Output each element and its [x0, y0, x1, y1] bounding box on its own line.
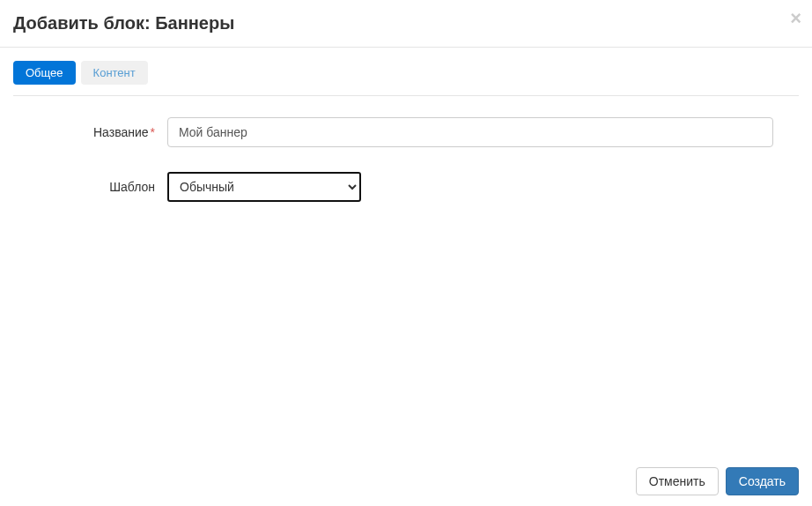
- form-row-template: Шаблон Обычный: [13, 172, 799, 202]
- cancel-button[interactable]: Отменить: [636, 467, 719, 495]
- name-label-text: Название: [93, 125, 149, 139]
- template-select[interactable]: Обычный: [167, 172, 361, 202]
- tab-general[interactable]: Общее: [13, 61, 76, 85]
- required-asterisk-icon: *: [151, 125, 155, 139]
- modal-header: Добавить блок: Баннеры ×: [0, 0, 812, 48]
- name-label: Название*: [13, 125, 167, 139]
- tabs: Общее Контент: [13, 61, 799, 96]
- template-label: Шаблон: [13, 180, 167, 194]
- tab-content[interactable]: Контент: [81, 61, 148, 85]
- modal-title: Добавить блок: Баннеры: [13, 13, 799, 33]
- name-input[interactable]: [167, 117, 773, 147]
- close-icon[interactable]: ×: [790, 9, 801, 28]
- modal-footer: Отменить Создать: [0, 457, 812, 506]
- form-row-name: Название*: [13, 117, 799, 147]
- modal-body: Общее Контент Название* Шаблон Обычный: [0, 48, 812, 240]
- create-button[interactable]: Создать: [726, 467, 799, 495]
